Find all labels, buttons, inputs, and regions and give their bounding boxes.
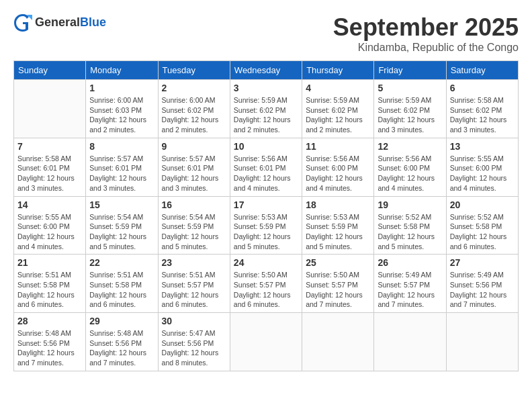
- day-number: 12: [378, 141, 442, 152]
- calendar-day-cell: [302, 313, 374, 371]
- weekday-header: Saturday: [446, 61, 518, 80]
- calendar-day-cell: 27Sunrise: 5:49 AM Sunset: 5:56 PM Dayli…: [446, 255, 518, 313]
- day-number: 22: [89, 257, 154, 268]
- calendar-day-cell: [230, 313, 302, 371]
- day-number: 21: [17, 257, 82, 268]
- weekday-header: Sunday: [14, 61, 86, 80]
- day-number: 24: [234, 257, 298, 268]
- day-info: Sunrise: 5:49 AM Sunset: 5:56 PM Dayligh…: [450, 270, 515, 310]
- day-number: 1: [89, 83, 154, 93]
- day-info: Sunrise: 5:57 AM Sunset: 6:01 PM Dayligh…: [89, 154, 154, 193]
- day-info: Sunrise: 5:57 AM Sunset: 6:01 PM Dayligh…: [162, 154, 226, 193]
- day-number: 4: [306, 83, 370, 93]
- calendar-day-cell: 9Sunrise: 5:57 AM Sunset: 6:01 PM Daylig…: [158, 138, 230, 196]
- calendar-day-cell: 2Sunrise: 6:00 AM Sunset: 6:02 PM Daylig…: [158, 80, 230, 138]
- calendar-day-cell: 8Sunrise: 5:57 AM Sunset: 6:01 PM Daylig…: [86, 138, 158, 196]
- weekday-header: Tuesday: [158, 61, 230, 80]
- day-info: Sunrise: 5:59 AM Sunset: 6:02 PM Dayligh…: [378, 95, 442, 135]
- day-number: 30: [162, 316, 226, 326]
- day-number: 27: [450, 257, 515, 268]
- day-info: Sunrise: 5:56 AM Sunset: 6:01 PM Dayligh…: [234, 154, 298, 193]
- day-info: Sunrise: 6:00 AM Sunset: 6:03 PM Dayligh…: [89, 95, 154, 135]
- calendar-day-cell: 21Sunrise: 5:51 AM Sunset: 5:58 PM Dayli…: [14, 255, 86, 313]
- logo: GeneralBlue: [13, 13, 106, 32]
- day-number: 10: [234, 141, 298, 152]
- day-number: 23: [162, 257, 226, 268]
- day-number: 26: [378, 257, 442, 268]
- day-info: Sunrise: 5:49 AM Sunset: 5:57 PM Dayligh…: [378, 270, 442, 310]
- calendar-day-cell: 20Sunrise: 5:52 AM Sunset: 5:58 PM Dayli…: [446, 196, 518, 255]
- calendar-day-cell: 12Sunrise: 5:56 AM Sunset: 6:00 PM Dayli…: [374, 138, 446, 196]
- title-block: September 2025 Kindamba, Republic of the…: [333, 13, 519, 54]
- day-info: Sunrise: 5:50 AM Sunset: 5:57 PM Dayligh…: [234, 270, 298, 310]
- calendar-week-row: 7Sunrise: 5:58 AM Sunset: 6:01 PM Daylig…: [14, 138, 519, 196]
- day-info: Sunrise: 5:56 AM Sunset: 6:00 PM Dayligh…: [306, 154, 370, 193]
- day-info: Sunrise: 5:48 AM Sunset: 5:56 PM Dayligh…: [17, 328, 82, 368]
- weekday-header: Thursday: [302, 61, 374, 80]
- day-number: 9: [162, 141, 226, 152]
- calendar-day-cell: 25Sunrise: 5:50 AM Sunset: 5:57 PM Dayli…: [302, 255, 374, 313]
- day-number: 5: [378, 83, 442, 93]
- day-number: 7: [17, 141, 82, 152]
- day-number: 8: [89, 141, 154, 152]
- page-header: GeneralBlue September 2025 Kindamba, Rep…: [13, 13, 519, 54]
- calendar-day-cell: 6Sunrise: 5:58 AM Sunset: 6:02 PM Daylig…: [446, 80, 518, 138]
- calendar-day-cell: 22Sunrise: 5:51 AM Sunset: 5:58 PM Dayli…: [86, 255, 158, 313]
- day-info: Sunrise: 5:47 AM Sunset: 5:56 PM Dayligh…: [162, 328, 226, 368]
- calendar-day-cell: 16Sunrise: 5:54 AM Sunset: 5:59 PM Dayli…: [158, 196, 230, 255]
- day-number: 6: [450, 83, 515, 93]
- calendar-day-cell: 5Sunrise: 5:59 AM Sunset: 6:02 PM Daylig…: [374, 80, 446, 138]
- calendar-week-row: 28Sunrise: 5:48 AM Sunset: 5:56 PM Dayli…: [14, 313, 519, 371]
- calendar-day-cell: 26Sunrise: 5:49 AM Sunset: 5:57 PM Dayli…: [374, 255, 446, 313]
- calendar-table: SundayMondayTuesdayWednesdayThursdayFrid…: [13, 60, 519, 371]
- day-number: 2: [162, 83, 226, 93]
- day-number: 11: [306, 141, 370, 152]
- weekday-header: Wednesday: [230, 61, 302, 80]
- calendar-day-cell: 13Sunrise: 5:55 AM Sunset: 6:00 PM Dayli…: [446, 138, 518, 196]
- day-number: 14: [17, 199, 82, 210]
- calendar-week-row: 21Sunrise: 5:51 AM Sunset: 5:58 PM Dayli…: [14, 255, 519, 313]
- day-number: 29: [89, 316, 154, 326]
- calendar-day-cell: 3Sunrise: 5:59 AM Sunset: 6:02 PM Daylig…: [230, 80, 302, 138]
- day-info: Sunrise: 5:53 AM Sunset: 5:59 PM Dayligh…: [234, 212, 298, 252]
- day-number: 18: [306, 199, 370, 210]
- day-number: 3: [234, 83, 298, 93]
- calendar-day-cell: 30Sunrise: 5:47 AM Sunset: 5:56 PM Dayli…: [158, 313, 230, 371]
- day-info: Sunrise: 5:59 AM Sunset: 6:02 PM Dayligh…: [234, 95, 298, 135]
- calendar-day-cell: 7Sunrise: 5:58 AM Sunset: 6:01 PM Daylig…: [14, 138, 86, 196]
- calendar-day-cell: 15Sunrise: 5:54 AM Sunset: 5:59 PM Dayli…: [86, 196, 158, 255]
- day-info: Sunrise: 5:58 AM Sunset: 6:01 PM Dayligh…: [17, 154, 82, 193]
- day-info: Sunrise: 5:51 AM Sunset: 5:58 PM Dayligh…: [17, 270, 82, 310]
- day-number: 17: [234, 199, 298, 210]
- calendar-day-cell: [14, 80, 86, 138]
- day-number: 16: [162, 199, 226, 210]
- day-info: Sunrise: 5:48 AM Sunset: 5:56 PM Dayligh…: [89, 328, 154, 368]
- day-info: Sunrise: 5:54 AM Sunset: 5:59 PM Dayligh…: [162, 212, 226, 252]
- day-info: Sunrise: 5:53 AM Sunset: 5:59 PM Dayligh…: [306, 212, 370, 252]
- logo-icon: [13, 13, 32, 32]
- day-info: Sunrise: 5:54 AM Sunset: 5:59 PM Dayligh…: [89, 212, 154, 252]
- day-number: 13: [450, 141, 515, 152]
- calendar-day-cell: 24Sunrise: 5:50 AM Sunset: 5:57 PM Dayli…: [230, 255, 302, 313]
- calendar-week-row: 14Sunrise: 5:55 AM Sunset: 6:00 PM Dayli…: [14, 196, 519, 255]
- day-number: 15: [89, 199, 154, 210]
- day-info: Sunrise: 6:00 AM Sunset: 6:02 PM Dayligh…: [162, 95, 226, 135]
- calendar-day-cell: 29Sunrise: 5:48 AM Sunset: 5:56 PM Dayli…: [86, 313, 158, 371]
- calendar-day-cell: 4Sunrise: 5:59 AM Sunset: 6:02 PM Daylig…: [302, 80, 374, 138]
- weekday-header: Friday: [374, 61, 446, 80]
- day-number: 28: [17, 316, 82, 326]
- day-info: Sunrise: 5:59 AM Sunset: 6:02 PM Dayligh…: [306, 95, 370, 135]
- calendar-day-cell: [374, 313, 446, 371]
- day-info: Sunrise: 5:51 AM Sunset: 5:58 PM Dayligh…: [89, 270, 154, 310]
- day-number: 20: [450, 199, 515, 210]
- calendar-day-cell: 14Sunrise: 5:55 AM Sunset: 6:00 PM Dayli…: [14, 196, 86, 255]
- day-info: Sunrise: 5:58 AM Sunset: 6:02 PM Dayligh…: [450, 95, 515, 135]
- day-info: Sunrise: 5:56 AM Sunset: 6:00 PM Dayligh…: [378, 154, 442, 193]
- day-info: Sunrise: 5:51 AM Sunset: 5:57 PM Dayligh…: [162, 270, 226, 310]
- location: Kindamba, Republic of the Congo: [333, 42, 519, 54]
- calendar-day-cell: [446, 313, 518, 371]
- day-number: 25: [306, 257, 370, 268]
- calendar-day-cell: 28Sunrise: 5:48 AM Sunset: 5:56 PM Dayli…: [14, 313, 86, 371]
- calendar-day-cell: 17Sunrise: 5:53 AM Sunset: 5:59 PM Dayli…: [230, 196, 302, 255]
- day-info: Sunrise: 5:55 AM Sunset: 6:00 PM Dayligh…: [450, 154, 515, 193]
